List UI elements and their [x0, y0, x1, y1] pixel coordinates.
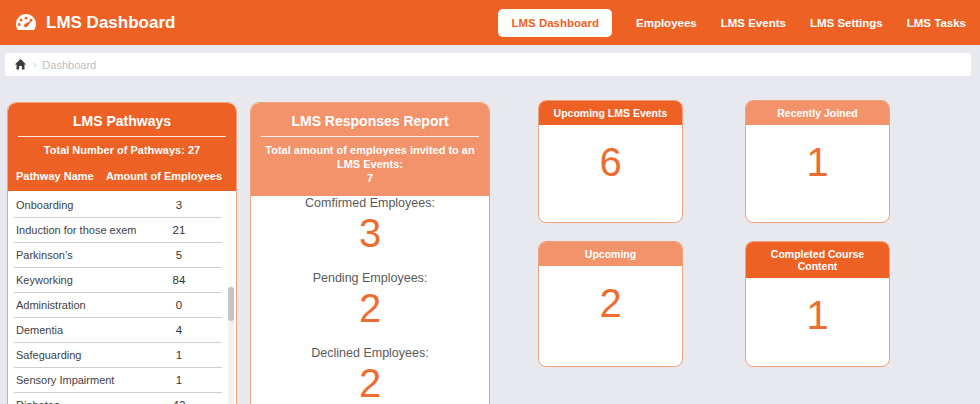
card-value: 6 — [539, 139, 682, 185]
pathway-name: Sensory Impairment — [14, 374, 136, 386]
pathways-column-headers: Pathway Name Amount of Employees — [8, 157, 236, 191]
responses-title: LMS Responses Report — [251, 103, 489, 129]
card-title: Upcoming LMS Events — [539, 101, 682, 125]
nav-item-lms-settings[interactable]: LMS Settings — [810, 17, 883, 29]
card-value: 1 — [746, 292, 889, 338]
stat-label: Declined Employees: — [251, 346, 489, 360]
nav-item-employees[interactable]: Employees — [636, 17, 697, 29]
pathway-name: Dementia — [14, 324, 136, 336]
stat-pending: Pending Employees: 2 — [251, 271, 489, 331]
pathway-count: 5 — [136, 249, 222, 261]
stat-value: 3 — [251, 210, 489, 256]
stat-declined: Declined Employees: 2 — [251, 346, 489, 404]
stat-label: Pending Employees: — [251, 271, 489, 285]
responses-total: 7 — [263, 171, 477, 185]
card-title: Completed Course Content — [746, 242, 889, 278]
pathway-name: Parkinson’s — [14, 249, 136, 261]
gauge-logo-icon — [14, 11, 38, 35]
table-row: Safeguarding 1 — [14, 343, 222, 368]
responses-subtitle: Total amount of employees invited to an … — [251, 143, 489, 185]
nav-item-lms-dashboard[interactable]: LMS Dashboard — [498, 9, 612, 37]
card-title: Recently Joined — [746, 101, 889, 125]
table-row: Administration 0 — [14, 293, 222, 318]
pathway-count: 21 — [136, 224, 222, 236]
pathway-name: Administration — [14, 299, 136, 311]
card-upcoming: Upcoming 2 — [538, 241, 683, 367]
pathway-count: 84 — [136, 274, 222, 286]
nav-item-lms-events[interactable]: LMS Events — [721, 17, 786, 29]
stat-confirmed: Comfirmed Employees: 3 — [251, 196, 489, 256]
app-brand[interactable]: LMS Dashboard — [14, 11, 175, 35]
pathway-count: 42 — [136, 399, 222, 404]
app-title: LMS Dashboard — [46, 13, 175, 33]
card-recently-joined: Recently Joined 1 — [745, 100, 890, 223]
pathway-name: Onboarding — [14, 199, 136, 211]
pathway-name: Keyworking — [14, 274, 136, 286]
breadcrumb-separator: › — [33, 60, 36, 70]
header-divider — [261, 136, 479, 137]
pathways-panel: LMS Pathways Total Number of Pathways: 2… — [7, 102, 237, 404]
stat-label: Comfirmed Employees: — [251, 196, 489, 210]
pathway-name: Diabetes — [14, 399, 136, 404]
pathways-table: Onboarding 3 Induction for those exemp..… — [8, 193, 222, 404]
card-upcoming-lms-events: Upcoming LMS Events 6 — [538, 100, 683, 223]
table-row: Induction for those exemp... 21 — [14, 218, 222, 243]
breadcrumb-current: Dashboard — [42, 59, 96, 71]
table-scrollbar-thumb[interactable] — [228, 287, 234, 321]
column-amount: Amount of Employees — [106, 170, 222, 182]
pathway-count: 1 — [136, 349, 222, 361]
card-value: 2 — [539, 280, 682, 326]
table-row: Sensory Impairment 1 — [14, 368, 222, 393]
top-navbar: LMS Dashboard LMS Dashboard Employees LM… — [0, 0, 980, 45]
table-row: Onboarding 3 — [14, 193, 222, 218]
pathway-name: Safeguarding — [14, 349, 136, 361]
header-divider — [18, 136, 226, 137]
table-row: Parkinson’s 5 — [14, 243, 222, 268]
pathway-name: Induction for those exemp... — [14, 224, 136, 236]
pathways-subtitle: Total Number of Pathways: 27 — [8, 143, 236, 157]
table-scrollbar-track[interactable] — [228, 286, 234, 404]
stat-value: 2 — [251, 360, 489, 404]
pathways-header: LMS Pathways Total Number of Pathways: 2… — [8, 103, 236, 191]
responses-panel: LMS Responses Report Total amount of emp… — [250, 102, 490, 404]
pathway-count: 1 — [136, 374, 222, 386]
card-value: 1 — [746, 139, 889, 185]
column-pathway-name: Pathway Name — [16, 170, 94, 182]
table-row: Keyworking 84 — [14, 268, 222, 293]
breadcrumb: › Dashboard — [5, 53, 971, 76]
pathway-count: 4 — [136, 324, 222, 336]
home-icon[interactable] — [14, 58, 27, 71]
pathways-title: LMS Pathways — [8, 103, 236, 129]
table-row: Dementia 4 — [14, 318, 222, 343]
card-title: Upcoming — [539, 242, 682, 266]
nav-item-lms-tasks[interactable]: LMS Tasks — [907, 17, 966, 29]
pathway-count: 3 — [136, 199, 222, 211]
main-nav: LMS Dashboard Employees LMS Events LMS S… — [498, 9, 966, 37]
card-completed-course-content: Completed Course Content 1 — [745, 241, 890, 367]
table-row: Diabetes 42 — [14, 393, 222, 404]
responses-subtitle-text: Total amount of employees invited to an … — [265, 144, 474, 170]
stat-value: 2 — [251, 285, 489, 331]
pathway-count: 0 — [136, 299, 222, 311]
responses-header: LMS Responses Report Total amount of emp… — [251, 103, 489, 196]
